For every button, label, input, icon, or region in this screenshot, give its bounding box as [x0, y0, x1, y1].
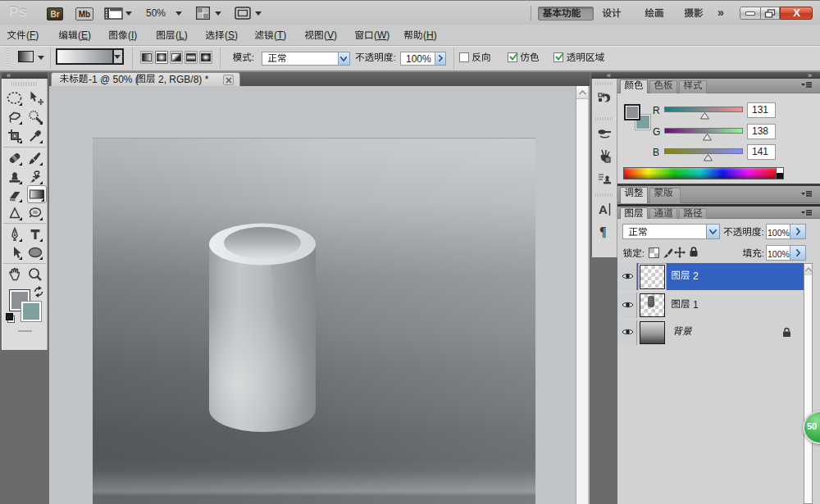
svg-text:¶: ¶ — [599, 225, 607, 238]
svg-text:A: A — [599, 202, 608, 216]
svg-text::: : — [761, 227, 763, 237]
svg-text::: : — [252, 52, 254, 62]
svg-text::: : — [762, 248, 764, 258]
svg-text::: : — [642, 248, 645, 258]
svg-text::: : — [393, 52, 395, 62]
